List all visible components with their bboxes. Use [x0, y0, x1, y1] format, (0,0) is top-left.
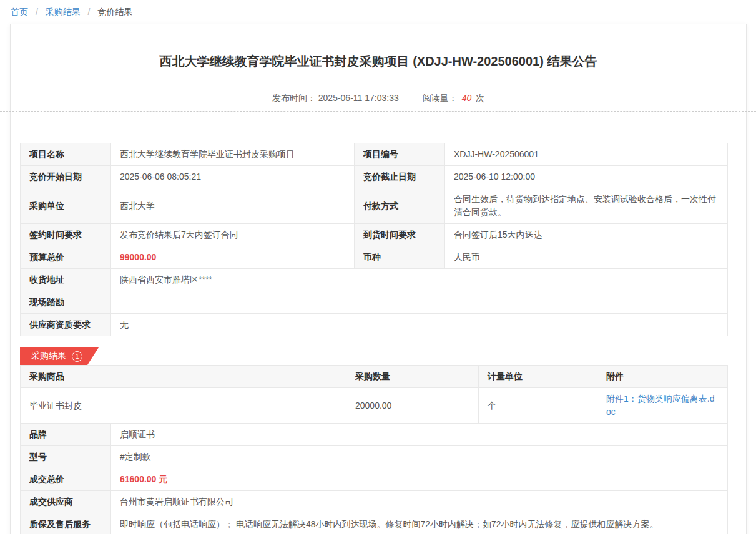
- dashed-divider: [0, 111, 756, 112]
- purchase-result-table: 采购商品 采购数量 计量单位 附件 毕业证书封皮 20000.00 个 附件1：…: [20, 365, 728, 534]
- attachment-cell: 附件1：货物类响应偏离表.doc: [597, 388, 728, 424]
- page-title: 西北大学继续教育学院毕业证书封皮采购项目 (XDJJ-HW-202506001)…: [20, 24, 737, 69]
- delivery-address-label: 收货地址: [21, 269, 111, 291]
- product-column-header: 采购商品: [21, 366, 346, 388]
- winning-supplier-label: 成交供应商: [21, 491, 111, 513]
- table-row: 成交总价 61600.00 元: [21, 468, 728, 491]
- product-unit-cell: 个: [479, 388, 597, 424]
- quantity-column-header: 采购数量: [346, 366, 479, 388]
- announcement-card: 西北大学继续教育学院毕业证书封皮采购项目 (XDJJ-HW-202506001)…: [10, 24, 747, 534]
- final-price-value: 61600.00 元: [111, 468, 728, 491]
- bid-start-date-value: 2025-06-06 08:05:21: [111, 166, 355, 188]
- table-row: 收货地址 陕西省西安市雁塔区****: [21, 269, 728, 291]
- bid-deadline-label: 竞价截止日期: [355, 166, 445, 188]
- warranty-service-label: 质保及售后服务: [21, 513, 111, 534]
- signing-time-label: 签约时间要求: [21, 224, 111, 246]
- warranty-service-value: 即时响应（包括电话响应）； 电话响应无法解决48小时内到达现场。修复时间72小时…: [111, 513, 728, 534]
- table-row: 毕业证书封皮 20000.00 个 附件1：货物类响应偏离表.doc: [21, 388, 728, 424]
- publish-time: 发布时间： 2025-06-11 17:03:33: [272, 92, 399, 104]
- attachment-link[interactable]: 附件1：货物类响应偏离表.doc: [606, 394, 714, 417]
- project-name-value: 西北大学继续教育学院毕业证书封皮采购项目: [111, 143, 355, 166]
- purchaser-value: 西北大学: [111, 188, 355, 224]
- product-quantity-cell: 20000.00: [346, 388, 479, 424]
- breadcrumb: 首页 / 采购结果 / 竞价结果: [11, 6, 756, 18]
- table-row: 质保及售后服务 即时响应（包括电话响应）； 电话响应无法解决48小时内到达现场。…: [21, 513, 728, 534]
- product-name-cell: 毕业证书封皮: [21, 388, 346, 424]
- table-row: 供应商资质要求 无: [21, 314, 728, 336]
- announcement-meta: 发布时间： 2025-06-11 17:03:33 阅读量： 40 次: [20, 92, 737, 104]
- bid-deadline-value: 2025-06-10 12:00:00: [445, 166, 728, 188]
- table-row: 型号 #定制款: [21, 446, 728, 468]
- model-label: 型号: [21, 446, 111, 468]
- brand-label: 品牌: [21, 424, 111, 446]
- breadcrumb-current-bidding-results: 竞价结果: [97, 7, 132, 17]
- unit-column-header: 计量单位: [479, 366, 597, 388]
- publish-time-value: 2025-06-11 17:03:33: [318, 93, 399, 103]
- table-row: 签约时间要求 发布竞价结果后7天内签订合同 到货时间要求 合同签订后15天内送达: [21, 224, 728, 246]
- view-count-value: 40: [462, 93, 472, 103]
- purchase-result-badge: 采购结果 1: [20, 347, 99, 365]
- attachment-column-header: 附件: [597, 366, 728, 388]
- currency-value: 人民币: [445, 246, 728, 269]
- table-row: 现场踏勘: [21, 291, 728, 314]
- delivery-address-value: 陕西省西安市雁塔区****: [111, 269, 728, 291]
- payment-method-label: 付款方式: [355, 188, 445, 224]
- supplier-qualification-value: 无: [111, 314, 728, 336]
- payment-method-value: 合同生效后，待货物到达指定地点、安装调试验收合格后，一次性付清合同货款。: [445, 188, 728, 224]
- breadcrumb-purchase-results-link[interactable]: 采购结果: [46, 7, 81, 17]
- winning-supplier-value: 台州市黄岩启顺证书有限公司: [111, 491, 728, 513]
- purchase-result-count-badge: 1: [72, 351, 82, 362]
- table-row: 预算总价 99000.00 币种 人民币: [21, 246, 728, 269]
- publish-time-label: 发布时间：: [272, 93, 316, 103]
- currency-label: 币种: [355, 246, 445, 269]
- view-count-unit: 次: [476, 93, 484, 103]
- table-row: 品牌 启顺证书: [21, 424, 728, 446]
- project-name-label: 项目名称: [21, 143, 111, 166]
- purchaser-label: 采购单位: [21, 188, 111, 224]
- budget-total-label: 预算总价: [21, 246, 111, 269]
- view-count-label: 阅读量：: [423, 93, 458, 103]
- project-number-label: 项目编号: [355, 143, 445, 166]
- supplier-qualification-label: 供应商资质要求: [21, 314, 111, 336]
- breadcrumb-separator: /: [88, 7, 91, 17]
- table-row: 竞价开始日期 2025-06-06 08:05:21 竞价截止日期 2025-0…: [21, 166, 728, 188]
- table-header-row: 采购商品 采购数量 计量单位 附件: [21, 366, 728, 388]
- breadcrumb-separator: /: [36, 7, 38, 17]
- bid-start-date-label: 竞价开始日期: [21, 166, 111, 188]
- purchase-result-badge-label: 采购结果: [31, 351, 66, 362]
- delivery-time-label: 到货时间要求: [355, 224, 445, 246]
- site-survey-value: [111, 291, 728, 314]
- delivery-time-value: 合同签订后15天内送达: [445, 224, 728, 246]
- breadcrumb-home-link[interactable]: 首页: [11, 7, 28, 17]
- model-value: #定制款: [111, 446, 728, 468]
- table-row: 项目名称 西北大学继续教育学院毕业证书封皮采购项目 项目编号 XDJJ-HW-2…: [21, 143, 728, 166]
- signing-time-value: 发布竞价结果后7天内签订合同: [111, 224, 355, 246]
- budget-total-value: 99000.00: [111, 246, 355, 269]
- final-price-label: 成交总价: [21, 468, 111, 491]
- project-info-table: 项目名称 西北大学继续教育学院毕业证书封皮采购项目 项目编号 XDJJ-HW-2…: [20, 143, 728, 336]
- project-number-value: XDJJ-HW-202506001: [445, 143, 728, 166]
- site-survey-label: 现场踏勘: [21, 291, 111, 314]
- view-count: 阅读量： 40 次: [423, 92, 484, 104]
- brand-value: 启顺证书: [111, 424, 728, 446]
- table-row: 成交供应商 台州市黄岩启顺证书有限公司: [21, 491, 728, 513]
- table-row: 采购单位 西北大学 付款方式 合同生效后，待货物到达指定地点、安装调试验收合格后…: [21, 188, 728, 224]
